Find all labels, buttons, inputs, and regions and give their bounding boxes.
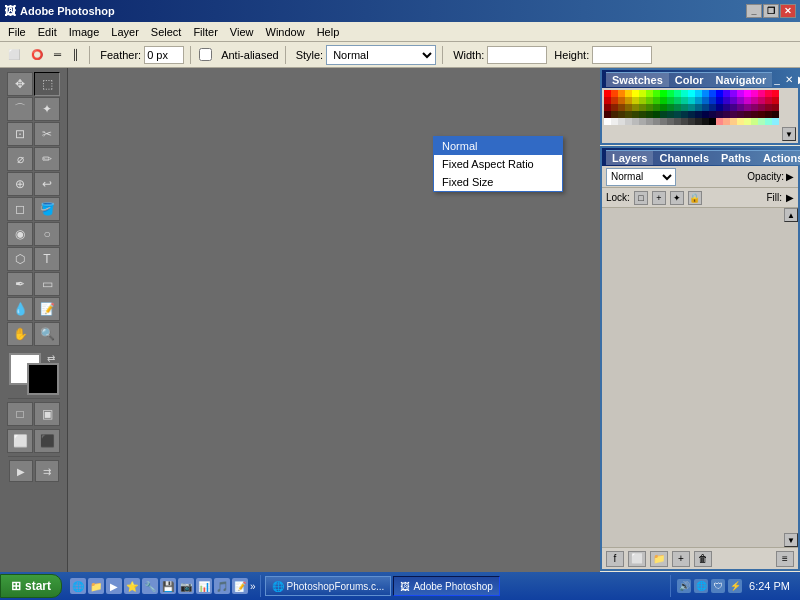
swatch-color-45[interactable] [744,97,751,104]
swatch-color-55[interactable] [639,104,646,111]
swatch-color-65[interactable] [709,104,716,111]
new-layer-btn[interactable]: + [672,551,690,567]
menu-edit[interactable]: Edit [32,24,63,40]
sys-tray-2[interactable]: 🌐 [694,579,708,593]
ql-icon5[interactable]: 📊 [196,578,212,594]
swatch-color-15[interactable] [709,90,716,97]
sys-tray-3[interactable]: 🛡 [711,579,725,593]
swatches-close[interactable]: ✕ [783,74,795,85]
swatch-color-25[interactable] [604,97,611,104]
swatch-color-82[interactable] [653,111,660,118]
swatch-color-90[interactable] [709,111,716,118]
crop-tool[interactable]: ⊡ [7,122,33,146]
swatch-color-29[interactable] [632,97,639,104]
swatch-color-99[interactable] [772,111,779,118]
menu-select[interactable]: Select [145,24,188,40]
swatch-color-27[interactable] [618,97,625,104]
menu-view[interactable]: View [224,24,260,40]
swatch-color-8[interactable] [660,90,667,97]
swatch-color-97[interactable] [758,111,765,118]
swatch-color-69[interactable] [737,104,744,111]
swatch-color-114[interactable] [702,118,709,125]
lock-position[interactable]: ✦ [670,191,684,205]
swatch-color-77[interactable] [618,111,625,118]
swatch-color-120[interactable] [744,118,751,125]
layer-group-btn[interactable]: 📁 [650,551,668,567]
swatch-color-11[interactable] [681,90,688,97]
swatches-scroll-right[interactable]: ▼ [782,127,796,141]
swatch-color-49[interactable] [772,97,779,104]
swatch-color-3[interactable] [625,90,632,97]
swatch-color-43[interactable] [730,97,737,104]
delete-layer-btn[interactable]: 🗑 [694,551,712,567]
swatch-color-111[interactable] [681,118,688,125]
swatch-color-92[interactable] [723,111,730,118]
swatch-color-68[interactable] [730,104,737,111]
dropdown-option-fixed-size[interactable]: Fixed Size [434,173,562,191]
healing-tool[interactable]: ⌀ [7,147,33,171]
swatch-color-37[interactable] [688,97,695,104]
ql-icon6[interactable]: 🎵 [214,578,230,594]
swatch-color-18[interactable] [730,90,737,97]
ie-icon[interactable]: 🌐 [70,578,86,594]
swatch-color-93[interactable] [730,111,737,118]
dodge-tool[interactable]: ○ [34,222,60,246]
swatch-color-40[interactable] [709,97,716,104]
swatch-color-104[interactable] [632,118,639,125]
swatch-color-79[interactable] [632,111,639,118]
swatch-color-76[interactable] [611,111,618,118]
path-tool[interactable]: ⬡ [7,247,33,271]
move-tool[interactable]: ✥ [7,72,33,96]
folder-icon[interactable]: 📁 [88,578,104,594]
swatch-color-56[interactable] [646,104,653,111]
swatch-color-112[interactable] [688,118,695,125]
dropdown-option-fixed-aspect[interactable]: Fixed Aspect Ratio [434,155,562,173]
tab-channels[interactable]: Channels [653,150,715,165]
layers-scrollbar[interactable]: ▲ ▼ [784,208,798,547]
swatch-color-100[interactable] [604,118,611,125]
swatch-color-123[interactable] [765,118,772,125]
swatch-color-95[interactable] [744,111,751,118]
swatch-color-52[interactable] [618,104,625,111]
blend-mode-select[interactable]: Normal Multiply Screen [606,168,676,186]
swatch-color-54[interactable] [632,104,639,111]
background-color[interactable] [27,363,59,395]
taskbar-app-photoshop[interactable]: 🖼 Adobe Photoshop [393,576,500,596]
swatches-arrow[interactable]: ▶ [796,74,800,85]
swatch-color-81[interactable] [646,111,653,118]
swatch-color-73[interactable] [765,104,772,111]
swatch-color-6[interactable] [646,90,653,97]
swatch-color-31[interactable] [646,97,653,104]
swatch-color-117[interactable] [723,118,730,125]
shape-tool[interactable]: ▭ [34,272,60,296]
swatch-color-33[interactable] [660,97,667,104]
swatch-color-115[interactable] [709,118,716,125]
swatch-color-48[interactable] [765,97,772,104]
swatch-color-118[interactable] [730,118,737,125]
swatch-color-42[interactable] [723,97,730,104]
swatch-color-5[interactable] [639,90,646,97]
ql-icon2[interactable]: 🔧 [142,578,158,594]
menu-image[interactable]: Image [63,24,106,40]
swatch-color-9[interactable] [667,90,674,97]
swatch-color-1[interactable] [611,90,618,97]
hand-tool[interactable]: ✋ [7,322,33,346]
brush-tool[interactable]: ✏ [34,147,60,171]
swatch-color-4[interactable] [632,90,639,97]
selection-tool[interactable]: ⬚ [34,72,60,96]
menu-layer[interactable]: Layer [105,24,145,40]
swatch-color-39[interactable] [702,97,709,104]
swatch-color-87[interactable] [688,111,695,118]
layers-settings-btn[interactable]: ≡ [776,551,794,567]
swatch-color-7[interactable] [653,90,660,97]
swatch-color-34[interactable] [667,97,674,104]
menu-help[interactable]: Help [311,24,346,40]
swatch-color-59[interactable] [667,104,674,111]
swatch-color-83[interactable] [660,111,667,118]
swatch-color-12[interactable] [688,90,695,97]
swatch-color-46[interactable] [751,97,758,104]
tab-actions[interactable]: Actions [757,150,800,165]
swatch-color-75[interactable] [604,111,611,118]
swatch-color-103[interactable] [625,118,632,125]
jump-to-imageready[interactable]: ▶ [9,460,33,482]
